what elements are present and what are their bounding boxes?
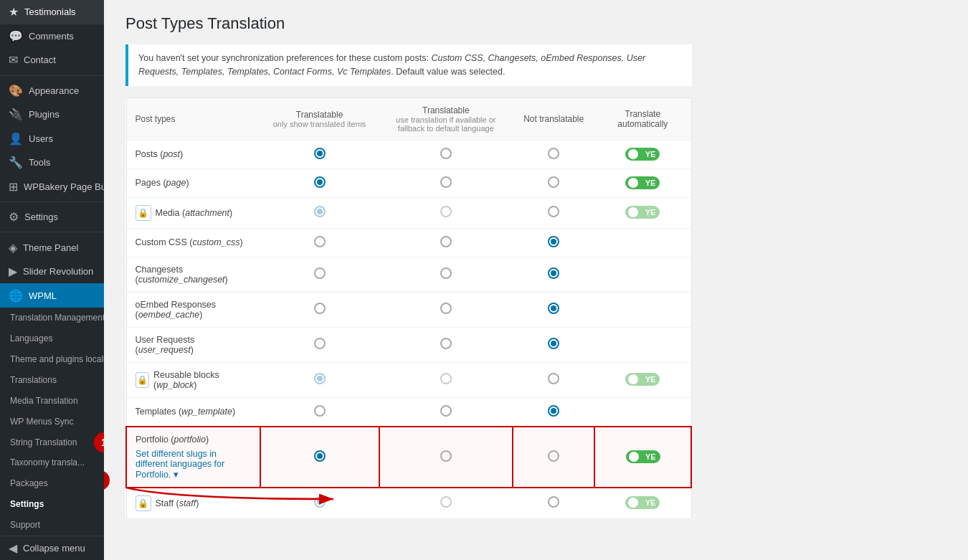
radio-button[interactable] <box>440 267 452 279</box>
radio-button[interactable] <box>440 338 452 349</box>
radio-button[interactable] <box>314 373 326 384</box>
toggle-auto-translate[interactable] <box>594 292 691 327</box>
radio-button[interactable] <box>440 303 452 314</box>
sidebar-item-testimonials[interactable]: ★ Testimonials <box>0 0 104 24</box>
radio-translatable1[interactable] <box>260 228 379 257</box>
radio-button[interactable] <box>314 206 326 217</box>
radio-translatable1[interactable] <box>260 169 379 197</box>
radio-button[interactable] <box>440 236 452 247</box>
radio-not-translatable[interactable] <box>513 197 594 228</box>
radio-button[interactable] <box>548 405 559 417</box>
sidebar-item-settings[interactable]: ⚙ Settings <box>0 205 104 229</box>
radio-button[interactable] <box>548 206 559 217</box>
toggle-switch[interactable]: YE <box>625 148 660 161</box>
radio-button[interactable] <box>314 450 326 462</box>
radio-translatable1[interactable] <box>260 197 379 228</box>
sidebar-sub-taxonomy[interactable]: Taxonomy transla... <box>0 452 104 473</box>
radio-button[interactable] <box>440 148 452 159</box>
radio-translatable2[interactable] <box>379 257 513 292</box>
sidebar-item-wpml[interactable]: 🌐 WPML <box>0 283 104 308</box>
radio-not-translatable[interactable] <box>513 292 594 327</box>
radio-translatable2[interactable] <box>379 228 513 257</box>
sidebar-item-slider-revolution[interactable]: ▶ Slider Revolution <box>0 260 104 284</box>
radio-button[interactable] <box>548 267 559 279</box>
radio-translatable2[interactable] <box>379 488 513 519</box>
radio-translatable1[interactable] <box>260 257 379 292</box>
radio-translatable1[interactable] <box>260 397 379 427</box>
radio-not-translatable[interactable] <box>513 169 594 197</box>
radio-translatable1[interactable] <box>260 488 379 519</box>
radio-not-translatable[interactable] <box>513 257 594 292</box>
radio-button[interactable] <box>440 405 452 417</box>
sidebar-item-plugins[interactable]: 🔌 Plugins <box>0 103 104 127</box>
radio-button[interactable] <box>548 236 559 247</box>
sidebar-sub-translation-management[interactable]: Translation Management <box>0 308 104 328</box>
radio-button[interactable] <box>548 338 559 349</box>
toggle-switch[interactable]: YE <box>625 176 660 189</box>
sidebar-sub-translations[interactable]: Translations <box>0 369 104 390</box>
radio-button[interactable] <box>548 176 559 188</box>
radio-translatable2[interactable] <box>379 362 513 397</box>
radio-button[interactable] <box>314 405 326 417</box>
radio-translatable1[interactable] <box>260 140 379 169</box>
toggle-auto-translate[interactable]: YE <box>594 197 691 228</box>
radio-translatable1[interactable] <box>260 327 379 362</box>
radio-button[interactable] <box>548 373 559 384</box>
radio-button[interactable] <box>440 206 452 217</box>
toggle-auto-translate[interactable]: YE <box>594 427 691 488</box>
radio-button[interactable] <box>440 450 452 462</box>
radio-translatable2[interactable] <box>379 427 513 488</box>
sidebar-item-tools[interactable]: 🔧 Tools <box>0 151 104 175</box>
sidebar-sub-settings[interactable]: Settings <box>0 494 104 515</box>
radio-button[interactable] <box>314 236 326 247</box>
radio-button[interactable] <box>314 338 326 349</box>
radio-button[interactable] <box>314 267 326 279</box>
radio-not-translatable[interactable] <box>513 327 594 362</box>
radio-translatable1[interactable] <box>260 292 379 327</box>
radio-not-translatable[interactable] <box>513 362 594 397</box>
radio-translatable1[interactable] <box>260 362 379 397</box>
toggle-auto-translate[interactable]: YE <box>594 488 691 519</box>
radio-button[interactable] <box>548 496 559 508</box>
toggle-auto-translate[interactable] <box>594 257 691 292</box>
radio-button[interactable] <box>314 176 326 188</box>
radio-button[interactable] <box>314 148 326 159</box>
radio-translatable1[interactable] <box>260 427 379 488</box>
radio-button[interactable] <box>440 373 452 384</box>
radio-not-translatable[interactable] <box>513 397 594 427</box>
toggle-switch[interactable]: YE <box>626 450 660 463</box>
radio-translatable2[interactable] <box>379 397 513 427</box>
toggle-auto-translate[interactable]: YE <box>594 140 691 169</box>
radio-button[interactable] <box>548 303 559 314</box>
sidebar-item-contact[interactable]: ✉ Contact <box>0 48 104 72</box>
toggle-switch[interactable]: YE <box>625 206 660 219</box>
sidebar-sub-packages[interactable]: Packages <box>0 473 104 494</box>
slug-link[interactable]: Set different slugs in different languag… <box>136 449 251 480</box>
radio-translatable2[interactable] <box>379 327 513 362</box>
toggle-auto-translate[interactable]: YE <box>594 169 691 197</box>
collapse-menu-button[interactable]: ◀ Collapse menu <box>0 536 104 560</box>
radio-button[interactable] <box>548 148 559 159</box>
sidebar-sub-wp-menus-sync[interactable]: WP Menus Sync <box>0 411 104 432</box>
toggle-auto-translate[interactable]: YE <box>594 362 691 397</box>
radio-button[interactable] <box>548 450 559 462</box>
radio-button[interactable] <box>440 496 452 508</box>
radio-not-translatable[interactable] <box>513 488 594 519</box>
sidebar-item-appearance[interactable]: 🎨 Appearance <box>0 78 104 103</box>
sidebar-sub-languages[interactable]: Languages <box>0 328 104 349</box>
radio-button[interactable] <box>314 496 326 508</box>
sidebar-sub-media-translation[interactable]: Media Translation <box>0 390 104 411</box>
toggle-switch[interactable]: YE <box>625 496 660 509</box>
sidebar-item-theme-panel[interactable]: ◈ Theme Panel <box>0 235 104 260</box>
toggle-switch[interactable]: YE <box>625 373 660 386</box>
sidebar-sub-theme-plugins[interactable]: Theme and plugins localization <box>0 349 104 370</box>
sidebar-item-comments[interactable]: 💬 Comments <box>0 24 104 49</box>
radio-not-translatable[interactable] <box>513 140 594 169</box>
radio-translatable2[interactable] <box>379 169 513 197</box>
toggle-auto-translate[interactable] <box>594 228 691 257</box>
sidebar-sub-support[interactable]: Support <box>0 515 104 536</box>
sidebar-item-users[interactable]: 👤 Users <box>0 126 104 151</box>
sidebar-item-wpbakery[interactable]: ⊞ WPBakery Page Builder <box>0 174 104 199</box>
radio-button[interactable] <box>314 303 326 314</box>
toggle-auto-translate[interactable] <box>594 397 691 427</box>
